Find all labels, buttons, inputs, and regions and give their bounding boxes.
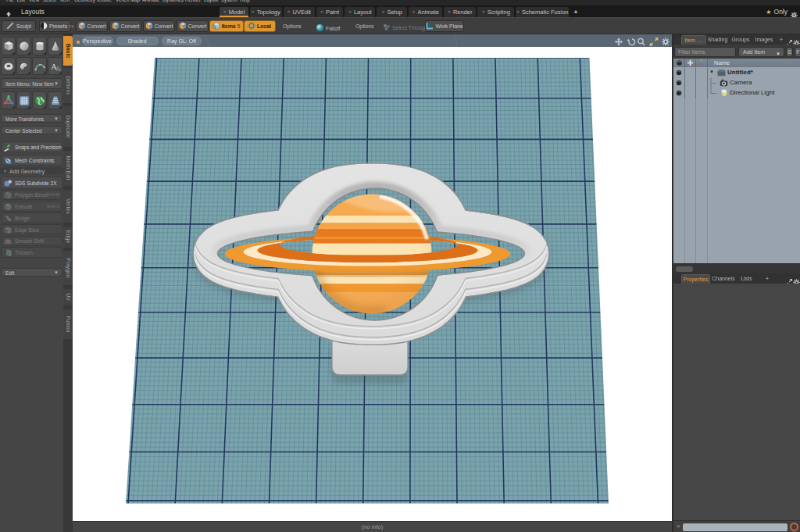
sidebar-vtab-edge[interactable]: Edge [63,227,73,248]
filter-button[interactable]: F [795,47,800,57]
sidebar-vtab-fusion[interactable]: Fusion [63,309,73,339]
layout-tab-topology[interactable]: ★Topology [250,7,282,18]
layouts-label[interactable]: Layouts [21,8,45,16]
sidebar-vtab-uv[interactable]: UV [63,289,73,306]
shaded-pill[interactable]: Shaded [116,37,159,45]
menu-render[interactable]: Render [185,0,201,2]
layout-tab-schematic-fusion[interactable]: ★Schematic Fusion [516,7,569,18]
expander-triangle[interactable]: ▼ [709,70,714,74]
layout-tab-layout[interactable]: ★Layout [345,7,375,18]
primitive-cylinder-tool[interactable] [32,37,47,55]
primitive-cube-tool[interactable] [1,37,16,55]
tool-polygon-bevel[interactable]: Polygon BevelShift-B [1,190,62,201]
panel-tab-add[interactable]: + [777,35,785,45]
panel-tab-images[interactable]: Images [755,35,773,45]
text-tool[interactable]: A& [48,57,62,75]
props-tab-channels[interactable]: Channels [711,274,736,284]
menu-file[interactable]: File [6,0,14,2]
local-action-center-button[interactable]: Local [244,20,276,32]
primitive-capsule-tool[interactable] [16,57,31,75]
item-row-untitled[interactable]: ▼Untitled* [673,68,800,78]
item-row-camera[interactable]: Camera [673,78,800,88]
convert-button-4[interactable]: Convert [177,20,209,32]
convert-button-1[interactable]: Convert [76,20,108,32]
menu-help[interactable]: Help [240,0,250,2]
layout-tab-add[interactable]: + [570,7,581,18]
convert-button-2[interactable]: Convert [109,20,141,32]
layout-tab-animate[interactable]: ★Animate [409,7,442,18]
command-input[interactable] [683,523,788,531]
menu-edit[interactable]: Edit [17,0,25,2]
panel-tab-shading[interactable]: Shading [707,35,728,45]
mesh-constraints-button[interactable]: Mesh Constraints [1,155,62,166]
sculpt-button[interactable]: Sculpt [2,20,36,32]
menu-vertex-map[interactable]: Vertex Map [116,0,140,2]
item-axes-tool[interactable] [1,91,16,109]
solo-button[interactable]: S [786,47,793,57]
tool-edge-slice[interactable]: Edge Slice [1,224,62,235]
sidebar-vtab-mesh-edit[interactable]: Mesh Edit [63,151,73,187]
panel-tab-item[interactable]: Item .... [681,35,706,45]
layout-tab-render[interactable]: ★Render [444,7,476,18]
primitive-torus-tool[interactable] [1,57,16,75]
options-dropdown-1[interactable]: Options [283,23,301,29]
maximize-icon[interactable] [650,37,658,45]
menu-animate[interactable]: Animate [142,0,159,2]
props-tab-properties[interactable]: Properties [681,274,710,284]
layout-tab-model[interactable]: ★Model [220,7,248,18]
menu-system[interactable]: System [221,0,237,2]
items-mode-button[interactable]: Items 5 [209,20,244,32]
layout-tab-setup[interactable]: ★Setup [377,7,407,18]
center-selected-dropdown[interactable]: Center Selected▼ [1,126,62,134]
menu-select[interactable]: Select [43,0,56,2]
eye-icon[interactable] [676,90,682,96]
convert-button-3[interactable]: Convert [143,20,175,32]
pin-icon[interactable] [5,8,12,15]
viewport-gear-icon[interactable] [662,38,670,46]
zoom-icon[interactable] [638,38,645,45]
layout-tab-scripting[interactable]: ★Scripting [477,7,514,18]
pan-icon[interactable] [615,38,623,46]
layout-tab-uvedit[interactable]: ★UVEdit [284,7,315,18]
scene-canvas[interactable] [73,34,672,521]
wedge-tool[interactable] [48,91,62,109]
layout-tab-paint[interactable]: ★Paint [316,7,344,18]
work-plane-button[interactable]: Work Plane [425,20,464,32]
curve-tool[interactable] [32,57,47,75]
sidebar-vtab-basic[interactable]: Basic [63,36,73,66]
props-tab-add[interactable]: + [763,274,771,284]
tool-smooth-shift[interactable]: Smooth Shift [1,236,62,247]
item-menu-dropdown[interactable]: Item Menu: New Item▼ [1,78,62,89]
globe-tool[interactable] [32,91,47,109]
scrollbar-handle[interactable] [676,266,693,272]
3d-viewport[interactable]: PerspectiveShadedRay GL: Off [73,34,672,521]
menu-geometry[interactable]: Geometry [74,0,95,2]
select-through-toggle[interactable]: Select Through [383,23,428,31]
menu-texture[interactable]: Texture [96,0,112,2]
orbit-icon[interactable] [627,39,635,45]
sidebar-vtab-vertex[interactable]: Vertex [63,190,73,223]
falloff-dropdown[interactable]: Falloff [316,23,340,32]
tool-bridge[interactable]: Bridge [1,212,62,223]
menu-dynamics[interactable]: Dynamics [162,0,184,2]
menu-item[interactable]: Item [60,0,70,2]
eye-icon[interactable] [676,70,682,76]
edit-dropdown[interactable]: Edit▼ [1,268,62,277]
add-geometry-section-header[interactable]: ▼Add Geometry [0,167,63,174]
raygl-pill[interactable]: Ray GL: Off [162,37,202,45]
menu-layout[interactable]: Layout [204,0,218,2]
tool-extrude[interactable]: ExtrudeShift-X [1,201,62,212]
tool-thicken[interactable]: Thicken [1,247,62,258]
only-toggle[interactable]: ★Only [766,8,788,16]
sidebar-vtab-deform[interactable]: Deform [63,68,73,104]
ground-plane-tool[interactable] [16,91,31,109]
item-row-directional-light[interactable]: Directional Light [673,88,800,98]
tool-sds-subdivide-2x[interactable]: SDS Subdivide 2X [1,177,62,189]
sidebar-vtab-polygon[interactable]: Polygon [63,251,73,285]
menu-view[interactable]: View [29,0,39,2]
add-item-dropdown[interactable]: Add Item▼ [738,47,784,57]
perspective-pill[interactable]: Perspective [82,37,113,45]
primitive-cone-tool[interactable] [48,37,62,55]
eye-icon[interactable] [676,80,682,86]
snaps-and-precision-button[interactable]: Snaps and Precision [1,141,62,152]
